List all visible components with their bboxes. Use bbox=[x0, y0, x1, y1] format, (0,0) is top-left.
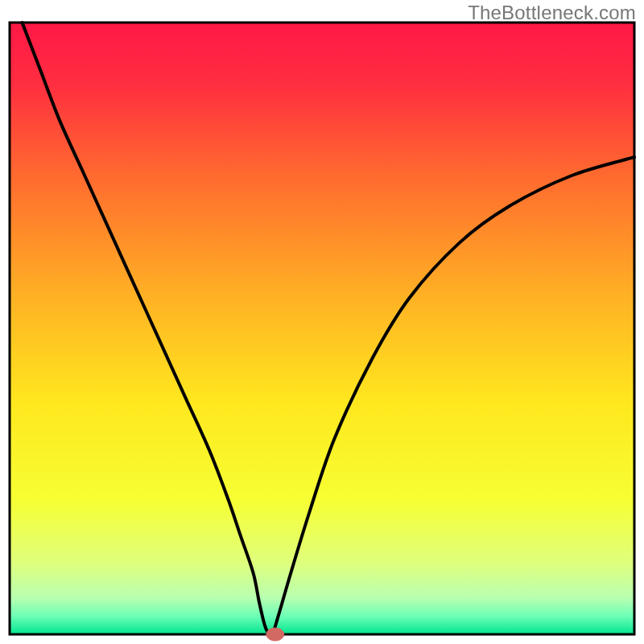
watermark-label: TheBottleneck.com bbox=[468, 2, 636, 24]
chart-stage: TheBottleneck.com bbox=[0, 0, 644, 644]
plot-background bbox=[10, 23, 634, 634]
optimal-point-marker bbox=[266, 628, 284, 641]
bottleneck-chart bbox=[0, 0, 644, 644]
